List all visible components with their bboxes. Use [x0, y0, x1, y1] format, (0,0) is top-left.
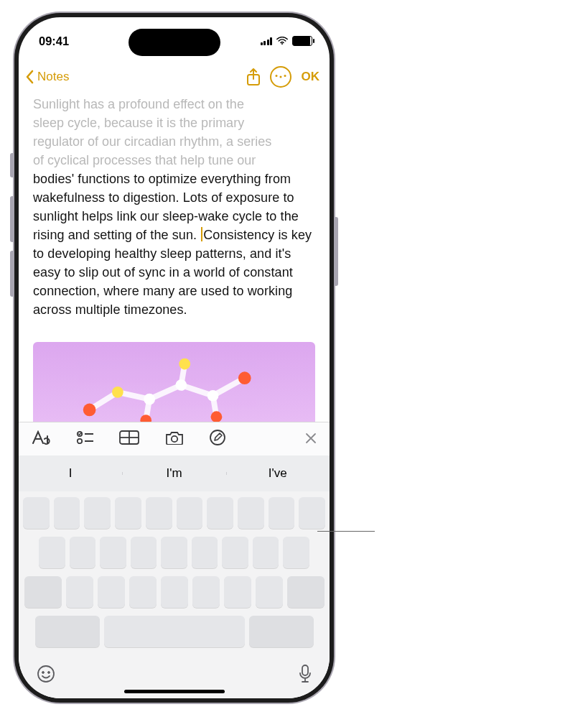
- share-button[interactable]: [246, 68, 260, 85]
- prediction-2[interactable]: I'm: [122, 466, 225, 481]
- dictation-button[interactable]: [298, 664, 312, 687]
- svg-point-6: [179, 358, 190, 370]
- keyboard-key[interactable]: [54, 497, 80, 529]
- chevron-left-icon: [24, 69, 36, 85]
- svg-point-5: [175, 379, 187, 391]
- back-label: Notes: [37, 70, 69, 84]
- done-button[interactable]: OK: [302, 70, 320, 84]
- share-icon: [246, 68, 261, 87]
- keyboard-key[interactable]: [129, 576, 157, 608]
- svg-point-3: [112, 387, 123, 398]
- note-attached-image[interactable]: [33, 342, 315, 428]
- checklist-icon: [76, 430, 93, 445]
- keyboard-key[interactable]: [131, 537, 157, 568]
- svg-point-12: [78, 439, 82, 443]
- keyboard-key[interactable]: [299, 497, 325, 529]
- table-icon: [119, 430, 139, 445]
- svg-point-9: [238, 371, 251, 384]
- shift-key[interactable]: [24, 576, 62, 608]
- text-cursor: [201, 227, 202, 241]
- keyboard-key[interactable]: [253, 537, 279, 568]
- keyboard-key[interactable]: [256, 576, 283, 608]
- keyboard-key[interactable]: [146, 497, 172, 529]
- status-time: 09:41: [39, 34, 69, 48]
- markup-button[interactable]: [210, 430, 225, 448]
- more-button[interactable]: [270, 66, 291, 88]
- svg-point-19: [210, 430, 225, 445]
- prediction-3[interactable]: I've: [226, 466, 330, 481]
- cellular-icon: [261, 37, 273, 45]
- svg-point-22: [48, 672, 50, 674]
- predictive-text-row: I I'm I've: [19, 455, 330, 491]
- prediction-1[interactable]: I: [19, 466, 122, 481]
- svg-point-20: [38, 666, 54, 682]
- svg-point-21: [42, 672, 45, 674]
- side-button: [334, 217, 338, 286]
- volume-down-button: [10, 251, 14, 297]
- notes-format-toolbar: [19, 422, 330, 455]
- wifi-icon: [276, 37, 288, 45]
- close-icon: [305, 432, 317, 444]
- keyboard-key[interactable]: [177, 497, 203, 529]
- back-button[interactable]: Notes: [24, 69, 69, 85]
- keyboard-key[interactable]: [238, 497, 264, 529]
- keyboard-key[interactable]: [23, 497, 50, 529]
- keyboard-region: I I'm I've: [19, 422, 330, 698]
- svg-point-4: [144, 394, 155, 405]
- svg-point-2: [83, 404, 96, 417]
- keyboard-key[interactable]: [66, 576, 93, 608]
- note-editor[interactable]: Sunlight has a profound effect on the sl…: [19, 93, 330, 428]
- note-body-text: bodies' functions to optimize everything…: [33, 170, 315, 319]
- markup-pen-icon: [210, 430, 225, 445]
- svg-point-0: [281, 43, 283, 45]
- text-format-icon: [32, 430, 50, 445]
- number-mode-key[interactable]: [35, 616, 100, 647]
- table-button[interactable]: [119, 430, 139, 448]
- return-key[interactable]: [249, 616, 314, 647]
- space-key[interactable]: [104, 616, 245, 647]
- volume-up-button: [10, 196, 14, 242]
- keyboard-key[interactable]: [115, 497, 141, 529]
- svg-point-10: [211, 411, 223, 422]
- keyboard-key[interactable]: [100, 537, 126, 568]
- mute-switch: [10, 153, 14, 177]
- keyboard-key[interactable]: [161, 576, 188, 608]
- battery-icon: [292, 36, 312, 46]
- camera-icon: [165, 430, 184, 445]
- keyboard-key[interactable]: [192, 576, 220, 608]
- keyboard-key[interactable]: [98, 576, 125, 608]
- molecule-illustration: [33, 342, 315, 428]
- svg-rect-23: [302, 665, 308, 675]
- svg-point-8: [207, 390, 219, 402]
- keyboard-key[interactable]: [161, 537, 187, 568]
- nav-bar: Notes OK: [19, 60, 330, 93]
- keyboard-key[interactable]: [224, 576, 251, 608]
- dynamic-island: [129, 29, 220, 56]
- keyboard-key[interactable]: [222, 537, 248, 568]
- keyboard-key[interactable]: [70, 537, 96, 568]
- svg-point-18: [172, 436, 177, 442]
- note-faded-text: Sunlight has a profound effect on the sl…: [33, 95, 315, 170]
- keyboard-key[interactable]: [207, 497, 233, 529]
- checklist-button[interactable]: [76, 430, 93, 448]
- callout-leader-line: [317, 531, 375, 532]
- emoji-icon: [36, 664, 56, 684]
- keyboard-key[interactable]: [269, 497, 295, 529]
- home-indicator[interactable]: [124, 690, 225, 693]
- camera-button[interactable]: [165, 430, 184, 448]
- keyboard-key[interactable]: [84, 497, 111, 529]
- microphone-icon: [298, 664, 312, 684]
- backspace-key[interactable]: [287, 576, 325, 608]
- keyboard-key[interactable]: [283, 537, 309, 568]
- format-text-button[interactable]: [32, 430, 50, 448]
- onscreen-keyboard[interactable]: [19, 491, 330, 698]
- toolbar-close-button[interactable]: [305, 430, 317, 448]
- keyboard-key[interactable]: [39, 537, 65, 568]
- emoji-keyboard-button[interactable]: [36, 664, 56, 687]
- keyboard-key[interactable]: [192, 537, 218, 568]
- iphone-frame: 09:41 Notes: [14, 13, 334, 703]
